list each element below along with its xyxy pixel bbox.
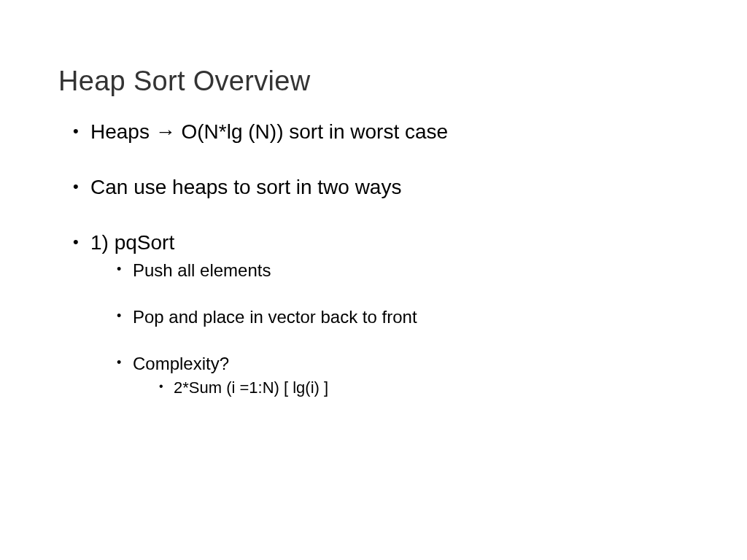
bullet-item: Heaps → O(N*lg (N)) sort in worst case: [73, 120, 689, 144]
sub-bullet-text: Pop and place in vector back to front: [133, 307, 417, 327]
bullet-text-pre: Heaps: [90, 120, 155, 143]
sub-bullet-item: Push all elements: [117, 260, 689, 281]
sub-bullet-text: Push all elements: [133, 260, 271, 280]
slide-title: Heap Sort Overview: [58, 66, 689, 97]
arrow-icon: →: [155, 120, 176, 143]
bullet-text: Can use heaps to sort in two ways: [90, 176, 401, 198]
subsub-bullet-item: 2*Sum (i =1:N) [ lg(i) ]: [159, 378, 689, 397]
subsub-bullet-text: 2*Sum (i =1:N) [ lg(i) ]: [174, 378, 328, 397]
sub-bullet-item: Pop and place in vector back to front: [117, 307, 689, 327]
sub-bullet-text: Complexity?: [133, 354, 229, 373]
bullet-list-level2: Push all elements Pop and place in vecto…: [90, 260, 689, 397]
sub-bullet-item: Complexity? 2*Sum (i =1:N) [ lg(i) ]: [117, 354, 689, 397]
bullet-list-level3: 2*Sum (i =1:N) [ lg(i) ]: [133, 378, 689, 397]
bullet-list-level1: Heaps → O(N*lg (N)) sort in worst case C…: [58, 120, 689, 397]
bullet-item: 1) pqSort Push all elements Pop and plac…: [73, 231, 689, 397]
bullet-text: 1) pqSort: [90, 231, 174, 254]
bullet-item: Can use heaps to sort in two ways: [73, 176, 689, 199]
bullet-text-post: O(N*lg (N)) sort in worst case: [176, 120, 448, 143]
